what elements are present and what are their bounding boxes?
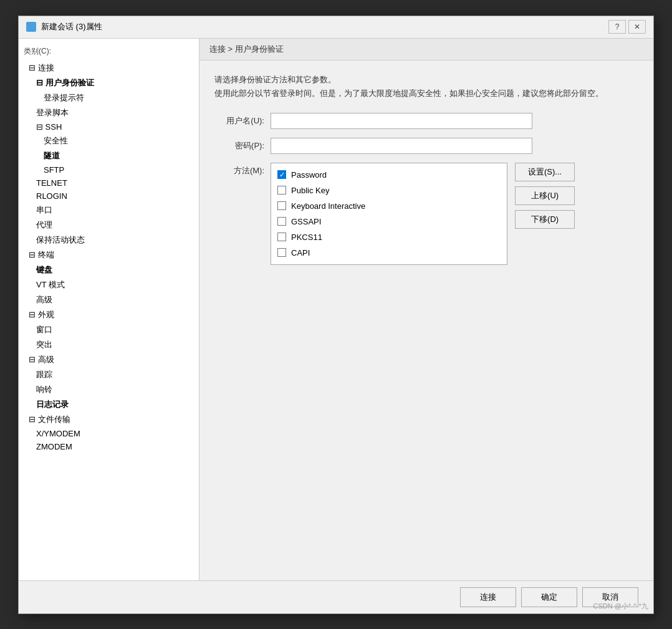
title-bar: 新建会话 (3)属性 ? ✕ (19, 16, 653, 39)
watermark: CSDN @小*-^-*九 (593, 602, 648, 611)
dialog-body: 类别(C): ⊟ 连接⊟ 用户身份验证登录提示符登录脚本⊟ SSH安全性隧道SF… (19, 39, 653, 580)
up-button[interactable]: 上移(U) (515, 186, 575, 205)
method-label-keyboard-interactive: Keyboard Interactive (291, 201, 365, 211)
method-checkbox-gssapi[interactable] (277, 217, 286, 226)
password-input[interactable] (271, 138, 532, 154)
sidebar-item-keyboard[interactable]: 键盘 (19, 262, 199, 277)
method-label-pkcs11: PKCS11 (291, 233, 322, 242)
tree-container: ⊟ 连接⊟ 用户身份验证登录提示符登录脚本⊟ SSH安全性隧道SFTPTELNE… (19, 60, 199, 453)
method-item-keyboard-interactive[interactable]: Keyboard Interactive (271, 198, 507, 214)
username-label: 用户名(U): (214, 115, 264, 127)
sidebar-item-logging[interactable]: 日志记录 (19, 397, 199, 412)
sidebar-item-xymodem[interactable]: X/YMODEM (19, 427, 199, 440)
dialog: 新建会话 (3)属性 ? ✕ 类别(C): ⊟ 连接⊟ 用户身份验证登录提示符登… (18, 16, 654, 614)
method-list: PasswordPublic KeyKeyboard InteractiveGS… (271, 163, 507, 265)
method-buttons: 设置(S)... 上移(U) 下移(D) (515, 163, 575, 229)
sidebar-item-advanced[interactable]: 高级 (19, 292, 199, 307)
sidebar: 类别(C): ⊟ 连接⊟ 用户身份验证登录提示符登录脚本⊟ SSH安全性隧道SF… (19, 39, 199, 580)
sidebar-item-advanced2[interactable]: ⊟ 高级 (19, 352, 199, 367)
method-item-gssapi[interactable]: GSSAPI (271, 214, 507, 229)
sidebar-item-bell[interactable]: 响铃 (19, 382, 199, 397)
sidebar-item-connect[interactable]: ⊟ 连接 (19, 60, 199, 75)
method-checkbox-pkcs11[interactable] (277, 233, 286, 241)
sidebar-item-highlight[interactable]: 突出 (19, 337, 199, 352)
method-row: 方法(M): PasswordPublic KeyKeyboard Intera… (214, 163, 638, 265)
method-checkbox-capi[interactable] (277, 248, 286, 257)
sidebar-item-vt-mode[interactable]: VT 模式 (19, 277, 199, 292)
description-line1: 请选择身份验证方法和其它参数。 (214, 73, 638, 87)
content-area: 请选择身份验证方法和其它参数。 使用此部分以节省登录时间。但是，为了最大限度地提… (199, 60, 653, 580)
dialog-footer: 连接 确定 取消 (19, 580, 653, 613)
title-bar-left: 新建会话 (3)属性 (26, 21, 102, 32)
sidebar-item-ssh[interactable]: ⊟ SSH (19, 120, 199, 133)
sidebar-item-keepalive[interactable]: 保持活动状态 (19, 233, 199, 247)
ok-button[interactable]: 确定 (521, 587, 577, 607)
method-label-gssapi: GSSAPI (291, 217, 321, 226)
method-item-capi[interactable]: CAPI (271, 245, 507, 261)
sidebar-item-login-script[interactable]: 登录脚本 (19, 105, 199, 120)
sidebar-item-terminal[interactable]: ⊟ 终端 (19, 247, 199, 262)
down-button[interactable]: 下移(D) (515, 210, 575, 229)
sidebar-item-user-auth[interactable]: ⊟ 用户身份验证 (19, 75, 199, 90)
method-checkbox-public-key[interactable] (277, 186, 286, 194)
password-label: 密码(P): (214, 140, 264, 151)
password-row: 密码(P): (214, 138, 638, 154)
sidebar-item-filetransfer[interactable]: ⊟ 文件传输 (19, 412, 199, 427)
category-label: 类别(C): (19, 44, 199, 60)
help-button[interactable]: ? (608, 20, 626, 34)
app-icon (26, 22, 36, 32)
username-input[interactable] (271, 113, 532, 129)
method-list-container: PasswordPublic KeyKeyboard InteractiveGS… (271, 163, 575, 265)
method-checkbox-password[interactable] (277, 170, 286, 179)
breadcrumb: 连接 > 用户身份验证 (199, 39, 653, 60)
sidebar-item-rlogin[interactable]: RLOGIN (19, 190, 199, 203)
username-row: 用户名(U): (214, 113, 638, 129)
sidebar-item-appearance[interactable]: ⊟ 外观 (19, 307, 199, 322)
sidebar-item-security[interactable]: 安全性 (19, 133, 199, 148)
method-checkbox-keyboard-interactive[interactable] (277, 201, 286, 210)
description: 请选择身份验证方法和其它参数。 使用此部分以节省登录时间。但是，为了最大限度地提… (214, 73, 638, 100)
method-label-capi: CAPI (291, 248, 310, 257)
title-bar-buttons: ? ✕ (608, 20, 646, 34)
sidebar-item-sftp[interactable]: SFTP (19, 163, 199, 176)
connect-button[interactable]: 连接 (460, 587, 516, 607)
method-item-password[interactable]: Password (271, 167, 507, 183)
sidebar-item-window[interactable]: 窗口 (19, 322, 199, 337)
method-label-public-key: Public Key (291, 186, 329, 195)
sidebar-item-zmodem[interactable]: ZMODEM (19, 440, 199, 453)
description-line2: 使用此部分以节省登录时间。但是，为了最大限度地提高安全性，如果担心安全问题，建议… (214, 87, 638, 100)
main-content: 连接 > 用户身份验证 请选择身份验证方法和其它参数。 使用此部分以节省登录时间… (199, 39, 653, 580)
settings-button[interactable]: 设置(S)... (515, 163, 575, 181)
sidebar-item-proxy[interactable]: 代理 (19, 218, 199, 233)
dialog-title: 新建会话 (3)属性 (41, 21, 102, 32)
method-item-pkcs11[interactable]: PKCS11 (271, 229, 507, 245)
sidebar-item-telnet[interactable]: TELNET (19, 176, 199, 190)
sidebar-item-tunnel[interactable]: 隧道 (19, 148, 199, 163)
sidebar-item-trace[interactable]: 跟踪 (19, 367, 199, 382)
method-item-public-key[interactable]: Public Key (271, 183, 507, 198)
method-label-password: Password (291, 170, 327, 180)
close-button[interactable]: ✕ (628, 20, 646, 34)
sidebar-item-serial[interactable]: 串口 (19, 203, 199, 218)
method-label: 方法(M): (214, 163, 264, 176)
sidebar-item-login-prompt[interactable]: 登录提示符 (19, 90, 199, 105)
